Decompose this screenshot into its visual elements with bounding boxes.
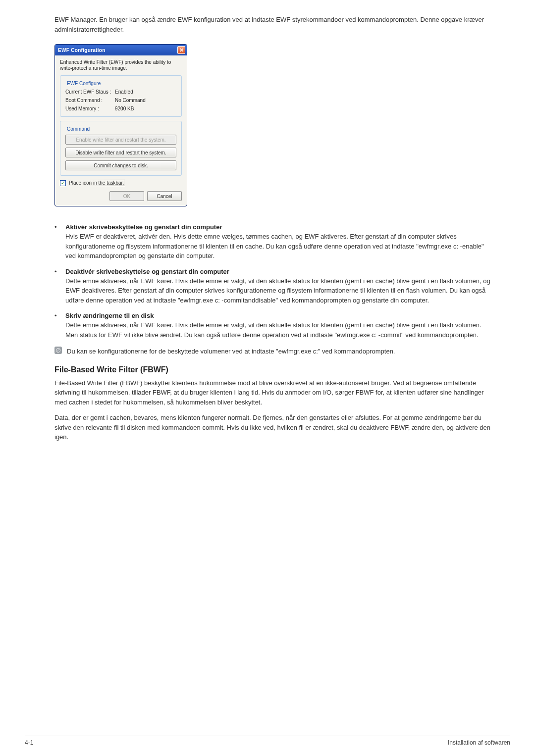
enable-button: Enable write filter and restart the syst… xyxy=(65,135,176,145)
bullet3-body: Dette emne aktiveres, når EWF kører. Hvi… xyxy=(65,320,495,340)
bullet1-title: Aktivér skrivebeskyttelse og genstart di… xyxy=(65,223,222,231)
bullet1-body: Hvis EWF er deaktiveret, aktivér den. Hv… xyxy=(65,232,495,261)
fbwf-heading: File-Based Write Filter (FBWF) xyxy=(54,365,510,374)
bullet-icon: • xyxy=(54,268,56,275)
svg-line-1 xyxy=(57,349,60,352)
command-legend: Command xyxy=(65,126,91,132)
dialog-title: EWF Configuration xyxy=(58,48,177,53)
dialog-titlebar: EWF Configuration ✕ xyxy=(55,45,187,55)
checkbox-label: Place icon in the taskbar. xyxy=(68,180,125,186)
checkbox-icon[interactable]: ✓ xyxy=(60,180,66,186)
footer-right: Installation af softwaren xyxy=(448,739,510,746)
commit-button[interactable]: Commit changes to disk. xyxy=(65,160,176,170)
status-label: Current EWF Staus : xyxy=(65,89,115,95)
note-icon xyxy=(54,347,62,354)
ewf-configure-group: EWF Configure Current EWF Staus : Enable… xyxy=(60,75,182,117)
cancel-button[interactable]: Cancel xyxy=(147,191,182,201)
bullet2-title: Deaktivér skrivebeskyttelse og genstart … xyxy=(65,268,229,275)
taskbar-checkbox-row[interactable]: ✓ Place icon in the taskbar. xyxy=(60,180,182,186)
bullet-icon: • xyxy=(54,223,56,231)
memory-label: Used Memory : xyxy=(65,106,115,111)
fbwf-para2: Data, der er gemt i cachen, bevares, men… xyxy=(54,413,495,442)
ewf-dialog: EWF Configuration ✕ Enhanced Write Filte… xyxy=(54,44,187,206)
bullet3-title: Skriv ændringerne til en disk xyxy=(65,312,154,319)
close-icon[interactable]: ✕ xyxy=(177,46,185,54)
disable-button[interactable]: Disable write filter and restart the sys… xyxy=(65,148,176,157)
memory-value: 9200 KB xyxy=(115,106,134,111)
bullet2-body: Dette emne aktiveres, når EWF kører. Hvi… xyxy=(65,276,495,305)
status-value: Enabled xyxy=(115,89,133,95)
page-footer: 4-1 Installation af softwaren xyxy=(25,736,510,746)
ewf-configure-legend: EWF Configure xyxy=(65,81,102,86)
bullet-icon: • xyxy=(54,312,56,319)
boot-value: No Command xyxy=(115,98,146,103)
fbwf-para1: File-Based Write Filter (FBWF) beskytter… xyxy=(54,378,495,407)
footer-left: 4-1 xyxy=(25,739,33,746)
ok-button: OK xyxy=(109,191,144,201)
boot-label: Boot Command : xyxy=(65,98,115,103)
intro-text: EWF Manager. En bruger kan også ændre EW… xyxy=(54,15,510,34)
dialog-description: Enhanced Write Filter (EWF) provides the… xyxy=(60,59,182,71)
note-text: Du kan se konfigurationerne for de besky… xyxy=(67,347,395,356)
command-group: Command Enable write filter and restart … xyxy=(60,121,182,176)
